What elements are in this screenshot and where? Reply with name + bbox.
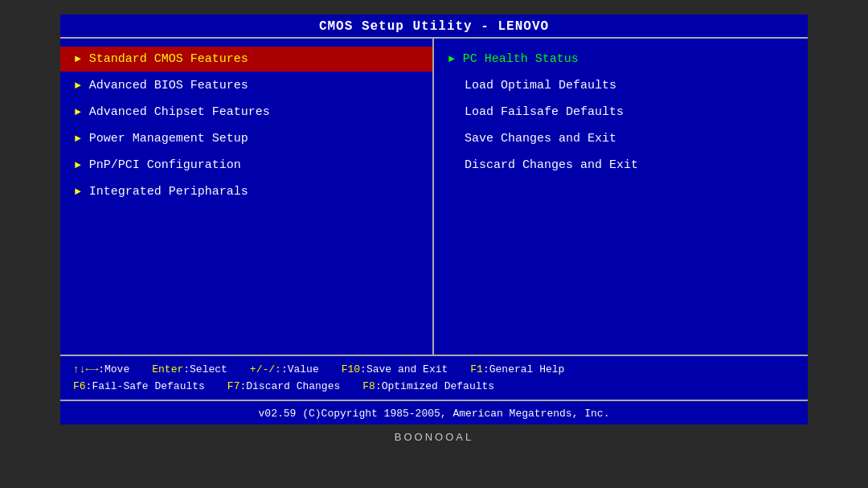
bios-title: CMOS Setup Utility - LENOVO (319, 19, 549, 34)
menu-arrow-pnp-pci: ► (75, 159, 81, 171)
right-arrow-pc-health: ► (448, 53, 455, 65)
right-label-load-failsafe: Load Failsafe Defaults (465, 105, 624, 119)
hint-F10: F10:Save and Exit (342, 362, 448, 379)
menu-label-advanced-chipset: Advanced Chipset Features (89, 105, 270, 119)
key-hint2: F6 (73, 380, 86, 392)
right-menu-item-pc-health[interactable]: ►PC Health Status (434, 47, 808, 72)
hint2-F8: F8:Optimized Defaults (362, 379, 494, 396)
right-label-load-optimal: Load Optimal Defaults (465, 79, 616, 92)
monitor: CMOS Setup Utility - LENOVO ►Standard CM… (0, 0, 868, 488)
hint-Enter: Enter:Select (152, 362, 227, 379)
title-bar: CMOS Setup Utility - LENOVO (60, 14, 808, 37)
main-content: ►Standard CMOS Features►Advanced BIOS Fe… (60, 37, 808, 355)
right-label-save-exit: Save Changes and Exit (465, 132, 616, 146)
menu-arrow-standard-cmos: ► (75, 53, 81, 65)
right-label-pc-health: PC Health Status (463, 52, 579, 66)
left-menu-item-standard-cmos[interactable]: ►Standard CMOS Features (60, 47, 432, 72)
bottom-bar: ↑↓←→:MoveEnter:Select+/-/::ValueF10:Save… (60, 355, 808, 400)
menu-label-pnp-pci: PnP/PCI Configuration (89, 158, 241, 172)
menu-label-integrated: Integrated Peripharals (89, 185, 248, 199)
right-menu-item-load-optimal[interactable]: Load Optimal Defaults (434, 73, 808, 98)
right-menu-item-load-failsafe[interactable]: Load Failsafe Defaults (434, 100, 808, 125)
bios-screen: CMOS Setup Utility - LENOVO ►Standard CM… (60, 14, 808, 424)
left-menu-item-power-management[interactable]: ►Power Management Setup (60, 126, 432, 151)
key-hint2: F8 (362, 380, 375, 392)
hint-F1: F1:General Help (470, 362, 564, 379)
monitor-brand: BOONOOAL (395, 431, 473, 443)
menu-arrow-integrated: ► (75, 186, 81, 198)
hint-row1: ↑↓←→:MoveEnter:Select+/-/::ValueF10:Save… (73, 362, 795, 379)
menu-arrow-power-management: ► (75, 133, 81, 145)
hint2-F6: F6:Fail-Safe Defaults (73, 379, 205, 396)
hint-: ↑↓←→:Move (73, 362, 129, 379)
hint-row2: F6:Fail-Safe DefaultsF7:Discard ChangesF… (73, 379, 795, 396)
key-hint: F10 (342, 363, 360, 375)
left-menu-item-advanced-chipset[interactable]: ►Advanced Chipset Features (60, 100, 432, 125)
key-hint: Enter (152, 363, 183, 375)
right-label-discard-exit: Discard Changes and Exit (465, 158, 638, 172)
key-hint2: F7 (227, 380, 240, 392)
hint2-F7: F7:Discard Changes (227, 379, 340, 396)
version-text: v02.59 (C)Copyright 1985-2005, American … (259, 408, 610, 420)
menu-label-standard-cmos: Standard CMOS Features (89, 52, 248, 66)
version-bar: v02.59 (C)Copyright 1985-2005, American … (60, 400, 808, 424)
left-menu-item-advanced-bios[interactable]: ►Advanced BIOS Features (60, 73, 432, 98)
menu-arrow-advanced-bios: ► (75, 80, 81, 92)
key-hint: ↑↓←→ (73, 363, 98, 375)
key-hint: F1 (470, 363, 483, 375)
key-hint: +/-/: (250, 363, 281, 375)
right-menu-item-discard-exit[interactable]: Discard Changes and Exit (434, 153, 808, 178)
brand-text: BOONOOAL (395, 431, 473, 443)
menu-arrow-advanced-chipset: ► (75, 106, 81, 118)
left-menu-item-integrated[interactable]: ►Integrated Peripharals (60, 179, 432, 204)
hint-: +/-/::Value (250, 362, 319, 379)
right-menu-item-save-exit[interactable]: Save Changes and Exit (434, 126, 808, 151)
left-panel: ►Standard CMOS Features►Advanced BIOS Fe… (60, 39, 434, 355)
left-menu-item-pnp-pci[interactable]: ►PnP/PCI Configuration (60, 153, 432, 178)
menu-label-advanced-bios: Advanced BIOS Features (89, 79, 248, 92)
menu-label-power-management: Power Management Setup (89, 132, 248, 146)
right-panel: ►PC Health StatusLoad Optimal DefaultsLo… (434, 39, 808, 355)
